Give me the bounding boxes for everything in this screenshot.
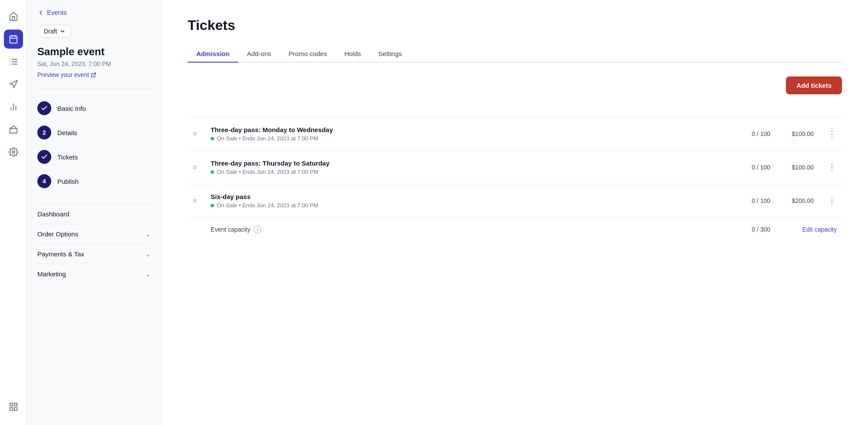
step-label-details: Details [57,129,77,136]
tabs: Admission Add-ons Promo codes Holds Sett… [188,46,842,63]
gear-nav-item[interactable] [4,143,23,162]
edit-capacity-button[interactable]: Edit capacity [802,226,837,233]
ticket-status-text-3: On Sale • Ends Jun 24, 2023 at 7:00 PM [217,202,318,209]
add-tickets-button[interactable]: Add tickets [786,76,842,94]
status-dot-2 [211,170,214,174]
table-row: ≡ Three-day pass: Thursday to Saturday O… [188,151,842,184]
dashboard-title[interactable]: Dashboard [37,210,151,218]
ticket-status-text-1: On Sale • Ends Jun 24, 2023 at 7:00 PM [217,135,318,142]
step-label-basic-info: Basic Info [57,105,86,112]
order-options-title[interactable]: Order Options ⌄ [37,230,151,238]
tab-admission[interactable]: Admission [188,46,238,63]
ticket-price-2: $100.00 [792,164,814,171]
megaphone-nav-item[interactable] [4,75,23,94]
marketing-title[interactable]: Marketing ⌄ [37,270,151,278]
ticket-name-2: Three-day pass: Thursday to Saturday [211,159,718,167]
toolbar: Add tickets [188,76,842,108]
info-icon[interactable]: i [254,226,261,233]
drag-handle-2[interactable]: ≡ [193,163,200,171]
main-content: Tickets Admission Add-ons Promo codes Ho… [162,0,868,425]
page-title: Tickets [188,17,842,33]
step-badge-publish: 4 [37,174,51,188]
step-basic-info[interactable]: Basic Info [37,96,151,120]
step-details[interactable]: 2 Details [37,120,151,145]
grid-nav-item[interactable] [4,397,23,416]
ticket-menu-2[interactable]: ⋮ [824,162,837,173]
back-label: Events [47,9,67,16]
draft-label: Draft [44,28,57,35]
sidebar: Events Draft Sample event Sat, Jun 24, 2… [27,0,162,425]
tab-promo-codes[interactable]: Promo codes [280,46,336,63]
table-row: ≡ Six-day pass On Sale • Ends Jun 24, 20… [188,184,842,218]
step-label-tickets: Tickets [57,153,78,161]
payments-tax-chevron: ⌄ [145,251,151,258]
capacity-row: Event capacity i 0 / 300 Edit capacity [188,218,842,242]
preview-link[interactable]: Preview your event [37,71,96,78]
payments-tax-title[interactable]: Payments & Tax ⌄ [37,250,151,258]
home-nav-item[interactable] [4,7,23,26]
step-badge-tickets [37,150,51,164]
ticket-count-2: 0 / 100 [752,164,770,171]
svg-line-19 [93,73,96,75]
dashboard-section: Dashboard [37,204,151,224]
payments-tax-section: Payments & Tax ⌄ [37,244,151,264]
order-options-section: Order Options ⌄ [37,224,151,244]
tab-add-ons[interactable]: Add-ons [238,46,280,63]
tab-settings[interactable]: Settings [370,46,410,63]
building-nav-item[interactable] [4,120,23,139]
svg-rect-0 [10,36,17,43]
drag-handle-1[interactable]: ≡ [193,130,200,138]
ticket-price-1: $100.00 [792,130,814,137]
ticket-count-3: 0 / 100 [752,197,770,204]
marketing-section: Marketing ⌄ [37,264,151,284]
status-dot-3 [211,204,214,207]
svg-point-14 [12,151,15,153]
ticket-status-2: On Sale • Ends Jun 24, 2023 at 7:00 PM [211,169,718,175]
status-dot-1 [211,137,214,140]
step-badge-basic-info [37,101,51,115]
ticket-menu-1[interactable]: ⋮ [824,129,837,139]
svg-rect-15 [10,403,12,406]
ticket-price-3: $200.00 [792,197,814,204]
ticket-menu-3[interactable]: ⋮ [824,196,837,206]
svg-rect-17 [10,408,12,410]
calendar-nav-item[interactable] [4,30,23,49]
drag-handle-3[interactable]: ≡ [193,197,200,205]
marketing-chevron: ⌄ [145,271,151,278]
capacity-count: 0 / 300 [752,226,770,233]
event-date: Sat, Jun 24, 2023, 7:00 PM [37,60,151,67]
ticket-name-3: Six-day pass [211,193,718,200]
icon-nav [0,0,27,425]
list-nav-item[interactable] [4,52,23,71]
step-label-publish: Publish [57,178,79,185]
svg-rect-13 [10,129,17,133]
order-options-chevron: ⌄ [145,231,151,238]
tab-holds[interactable]: Holds [336,46,370,63]
ticket-status-text-2: On Sale • Ends Jun 24, 2023 at 7:00 PM [217,169,318,175]
table-row: ≡ Three-day pass: Monday to Wednesday On… [188,117,842,151]
step-publish[interactable]: 4 Publish [37,169,151,193]
tickets-table: ≡ Three-day pass: Monday to Wednesday On… [188,117,842,241]
event-title: Sample event [37,46,151,58]
ticket-count-1: 0 / 100 [752,130,770,137]
svg-rect-18 [14,408,17,410]
draft-button[interactable]: Draft [37,25,72,38]
ticket-status-3: On Sale • Ends Jun 24, 2023 at 7:00 PM [211,202,718,209]
svg-rect-16 [14,403,17,406]
capacity-label: Event capacity i [211,226,718,233]
external-link-icon [91,72,96,78]
ticket-name-1: Three-day pass: Monday to Wednesday [211,126,718,133]
step-tickets[interactable]: Tickets [37,145,151,169]
chart-nav-item[interactable] [4,97,23,116]
steps-list: Basic Info 2 Details Tickets 4 Publish [37,96,151,193]
back-button[interactable]: Events [37,9,151,16]
chevron-down-icon [59,28,66,34]
ticket-status-1: On Sale • Ends Jun 24, 2023 at 7:00 PM [211,135,718,142]
step-badge-details: 2 [37,126,51,139]
